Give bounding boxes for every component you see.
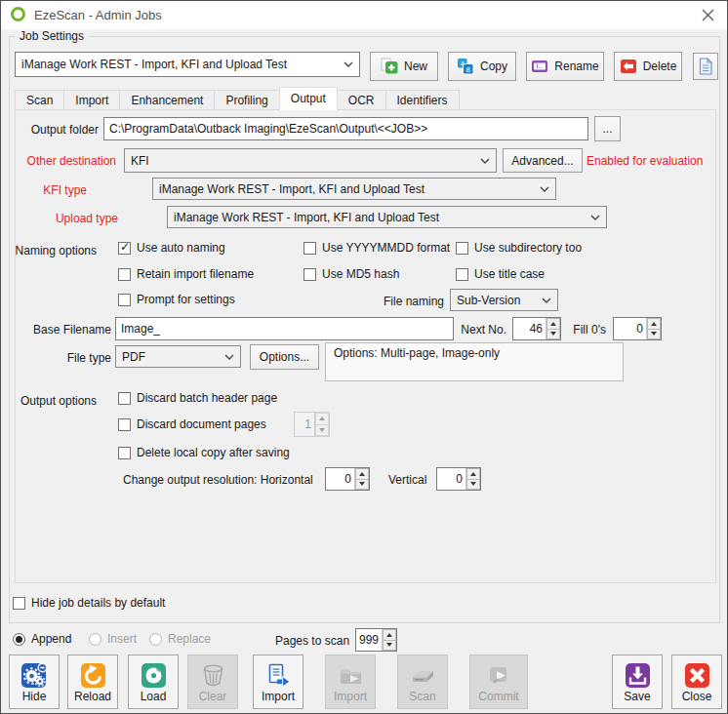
options-button[interactable]: Options...: [250, 344, 319, 370]
tab-scan[interactable]: Scan: [15, 90, 64, 110]
checkbox-hide-job-details[interactable]: Hide job details by default: [13, 595, 165, 611]
tab-identifiers[interactable]: Identifiers: [385, 90, 460, 110]
load-icon: [141, 662, 167, 689]
file-naming-value: Sub-Version: [457, 294, 520, 307]
tab-ocr[interactable]: OCR: [337, 90, 386, 110]
checkbox-discard-batch-header-page[interactable]: Discard batch header page: [118, 390, 277, 406]
vertical-resolution-spinner[interactable]: 0: [436, 467, 481, 491]
close-button[interactable]: Close: [671, 654, 722, 709]
naming-options-label: Naming options: [13, 244, 97, 258]
reload-button[interactable]: Reload: [67, 654, 118, 709]
checkbox-label: Hide job details by default: [31, 596, 165, 610]
spinner-down-button[interactable]: [383, 641, 396, 652]
checkbox-label: Use subdirectory too: [474, 241, 582, 255]
kfi-type-label: KFI type: [19, 183, 87, 197]
spinner-up-button[interactable]: [355, 468, 369, 480]
spinner-up-button[interactable]: [383, 629, 396, 641]
spinner-buttons: [354, 468, 369, 490]
job-details-button[interactable]: [693, 53, 718, 80]
radio-circle: [89, 633, 101, 646]
output-folder-label: Output folder: [19, 123, 99, 137]
hide-button[interactable]: Hide: [9, 654, 60, 709]
fill-zeros-spinner[interactable]: 0: [613, 317, 662, 340]
base-filename-input[interactable]: Image_: [115, 317, 454, 340]
other-destination-select[interactable]: KFI: [124, 148, 497, 173]
kfi-type-select[interactable]: iManage Work REST - Import, KFI and Uplo…: [152, 178, 556, 200]
tab-output[interactable]: Output: [279, 87, 338, 110]
copy-icon: 48: [457, 58, 474, 75]
delete-icon: [620, 58, 637, 75]
checkbox-retain-import-filename[interactable]: Retain import filename: [118, 266, 254, 282]
rename-button[interactable]: I... Rename: [526, 52, 604, 81]
checkbox-use-subdirectory-too[interactable]: Use subdirectory too: [456, 240, 582, 256]
rename-button-label: Rename: [554, 60, 598, 73]
checkbox-use-title-case[interactable]: Use title case: [456, 266, 545, 282]
new-button[interactable]: New: [370, 52, 438, 81]
resolution-label: Change output resolution: Horizontal: [123, 473, 313, 487]
chevron-down-icon: [480, 158, 490, 164]
tab-profiling[interactable]: Profiling: [214, 90, 279, 110]
output-folder-input[interactable]: C:\ProgramData\Outback Imaging\EzeScan\O…: [103, 117, 588, 140]
chevron-down-icon: [540, 186, 549, 192]
other-destination-label: Other destination: [15, 154, 116, 168]
checkbox-delete-local-copy[interactable]: Delete local copy after saving: [118, 445, 290, 460]
file-naming-select[interactable]: Sub-Version: [450, 289, 558, 311]
copy-button[interactable]: 48 Copy: [448, 52, 516, 81]
checkbox-prompt-for-settings[interactable]: Prompt for settings: [118, 292, 235, 307]
next-no-spinner[interactable]: 46: [512, 317, 561, 340]
copy-button-label: Copy: [480, 60, 507, 73]
radio-append[interactable]: Append: [13, 631, 71, 647]
file-type-select[interactable]: PDF: [115, 345, 241, 368]
checkbox-box: [13, 597, 25, 610]
document-icon: [699, 58, 712, 75]
file-type-label: File type: [36, 351, 111, 365]
job-select[interactable]: iManage Work REST - Import, KFI and Uplo…: [15, 52, 360, 77]
advanced-button[interactable]: Advanced...: [503, 148, 583, 173]
commit-icon: [486, 662, 512, 689]
window-close-button[interactable]: [692, 3, 723, 27]
options-summary-text: Options: Multi-page, Image-only: [334, 346, 500, 360]
radio-circle: [13, 633, 25, 646]
kfi-type-value: iManage Work REST - Import, KFI and Uplo…: [159, 182, 425, 196]
browse-button[interactable]: ...: [594, 116, 621, 141]
checkbox-use-yyyymmdd-format[interactable]: Use YYYYMMDD format: [303, 240, 450, 256]
import-button[interactable]: Import: [253, 654, 303, 709]
radio-replace: Replace: [149, 631, 211, 647]
output-options-label: Output options: [13, 394, 97, 408]
spinner-down-button[interactable]: [466, 480, 480, 491]
checkbox-label: Use MD5 hash: [322, 267, 399, 281]
spinner-up-button[interactable]: [466, 468, 480, 480]
checkbox-discard-document-pages[interactable]: Discard document pages: [118, 416, 266, 432]
pages-to-scan-spinner[interactable]: 999: [355, 628, 397, 652]
spinner-up-button[interactable]: [647, 318, 661, 330]
spinner-buttons: [646, 318, 661, 339]
upload-type-select[interactable]: iManage Work REST - Import, KFI and Uplo…: [167, 206, 607, 228]
next-no-label: Next No.: [458, 323, 506, 337]
checkbox-use-auto-naming[interactable]: Use auto naming: [118, 240, 225, 256]
ezescan-logo-icon: [11, 7, 25, 21]
delete-button[interactable]: Delete: [614, 52, 682, 81]
load-button[interactable]: Load: [128, 654, 179, 709]
options-button-label: Options...: [260, 350, 309, 364]
horizontal-resolution-spinner[interactable]: 0: [325, 467, 370, 491]
chevron-down-icon: [590, 215, 600, 220]
new-button-label: New: [404, 60, 427, 73]
checkbox-use-md5-hash[interactable]: Use MD5 hash: [303, 266, 399, 282]
checkbox-box: [118, 294, 131, 306]
tab-import[interactable]: Import: [63, 90, 120, 110]
spinner-down-button[interactable]: [647, 330, 661, 340]
spinner-down-button[interactable]: [355, 480, 369, 491]
spinner-down-button[interactable]: [546, 330, 560, 340]
tab-enhancement[interactable]: Enhancement: [119, 90, 215, 110]
load-button-label: Load: [141, 690, 167, 703]
new-icon: [381, 58, 398, 75]
base-filename-label: Base Filename: [17, 323, 111, 337]
save-button[interactable]: Save: [612, 654, 663, 709]
commit-button: Commit: [469, 654, 528, 709]
radio-circle: [149, 633, 162, 646]
checkbox-box: [118, 447, 131, 459]
spinner-up-button[interactable]: [546, 318, 560, 330]
svg-text:8: 8: [466, 65, 471, 74]
checkbox-label: Discard document pages: [137, 417, 266, 431]
options-summary-panel: Options: Multi-page, Image-only: [325, 342, 624, 381]
